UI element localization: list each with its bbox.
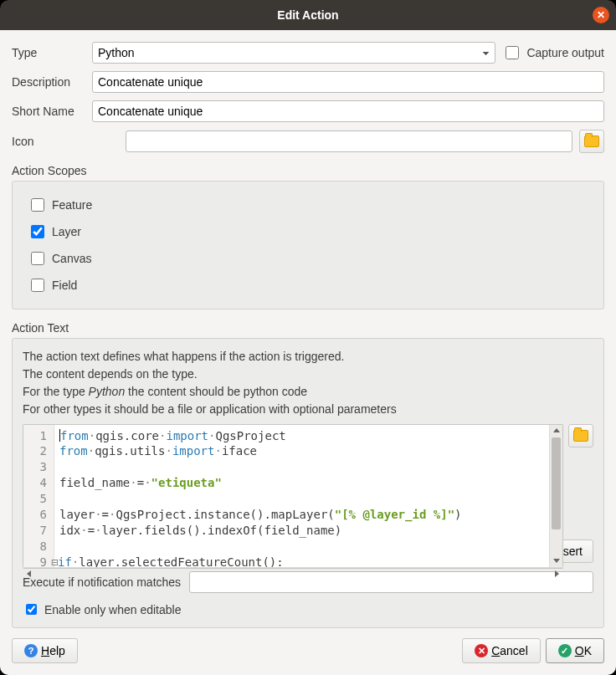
help-icon: ?	[24, 644, 38, 657]
action-scopes-label: Action Scopes	[12, 164, 604, 177]
icon-input[interactable]	[126, 130, 572, 152]
titlebar: Edit Action ✕	[0, 0, 616, 30]
folder-icon	[573, 430, 588, 442]
ok-button[interactable]: ✓ OK	[546, 638, 604, 663]
action-text-frame: The action text defines what happens if …	[12, 338, 604, 628]
editor-vscrollbar[interactable]	[549, 425, 562, 567]
code-content[interactable]: from·qgis.core·import·QgsProject from·qg…	[54, 425, 562, 567]
line-number-gutter: 123456789	[23, 425, 54, 567]
scope-field[interactable]: Field	[26, 272, 590, 299]
action-text-help: The action text defines what happens if …	[23, 347, 593, 419]
scope-layer[interactable]: Layer	[26, 218, 590, 245]
vscroll-thumb[interactable]	[552, 437, 561, 529]
capture-output-checkbox[interactable]: Capture output	[502, 43, 604, 62]
window-title: Edit Action	[277, 8, 338, 22]
icon-browse-button[interactable]	[579, 130, 604, 153]
scope-canvas[interactable]: Canvas	[26, 245, 590, 272]
dialog-footer: ? Help ✕ Cancel ✓ OK	[12, 638, 604, 663]
scope-field-label: Field	[52, 279, 77, 292]
notification-match-input[interactable]	[189, 571, 593, 593]
scope-feature-label: Feature	[52, 198, 92, 212]
scope-layer-checkbox[interactable]	[31, 225, 44, 238]
action-text-label: Action Text	[12, 321, 604, 335]
dialog-body: Type Python Capture output Description S…	[0, 30, 616, 675]
dialog-window: Edit Action ✕ Type Python Capture output…	[0, 0, 616, 675]
folder-icon	[584, 136, 599, 147]
enable-only-when-editable-label: Enable only when editable	[44, 603, 181, 616]
capture-output-label: Capture output	[526, 46, 604, 59]
action-text-browse-button[interactable]	[568, 424, 593, 447]
capture-output-input[interactable]	[506, 46, 519, 59]
scope-feature[interactable]: Feature	[26, 192, 590, 218]
icon-label: Icon	[12, 135, 85, 148]
help-button[interactable]: ? Help	[12, 638, 78, 663]
scroll-down-icon[interactable]	[550, 555, 562, 567]
scope-canvas-label: Canvas	[52, 252, 91, 265]
scope-field-checkbox[interactable]	[31, 279, 44, 292]
scope-layer-label: Layer	[52, 225, 81, 238]
editor-hscrollbar[interactable]	[23, 567, 563, 569]
enable-only-when-editable[interactable]: Enable only when editable	[23, 601, 593, 617]
execute-if-label: Execute if notification matches	[23, 575, 181, 589]
ok-icon: ✓	[558, 644, 572, 657]
cancel-button[interactable]: ✕ Cancel	[462, 638, 541, 663]
description-input[interactable]	[92, 71, 604, 93]
cancel-icon: ✕	[475, 644, 488, 657]
close-icon[interactable]: ✕	[593, 7, 609, 23]
code-editor[interactable]: 123456789 from·qgis.core·import·QgsProje…	[23, 424, 563, 567]
scroll-up-icon[interactable]	[550, 425, 562, 437]
description-label: Description	[12, 75, 85, 89]
scope-feature-checkbox[interactable]	[31, 198, 44, 212]
enable-only-when-editable-checkbox[interactable]	[26, 604, 37, 615]
scope-canvas-checkbox[interactable]	[31, 252, 44, 265]
short-name-input[interactable]	[92, 100, 604, 122]
type-select[interactable]: Python	[92, 42, 495, 64]
action-scopes-frame: Feature Layer Canvas Field	[12, 181, 604, 309]
short-name-label: Short Name	[12, 105, 85, 118]
type-label: Type	[12, 46, 85, 59]
